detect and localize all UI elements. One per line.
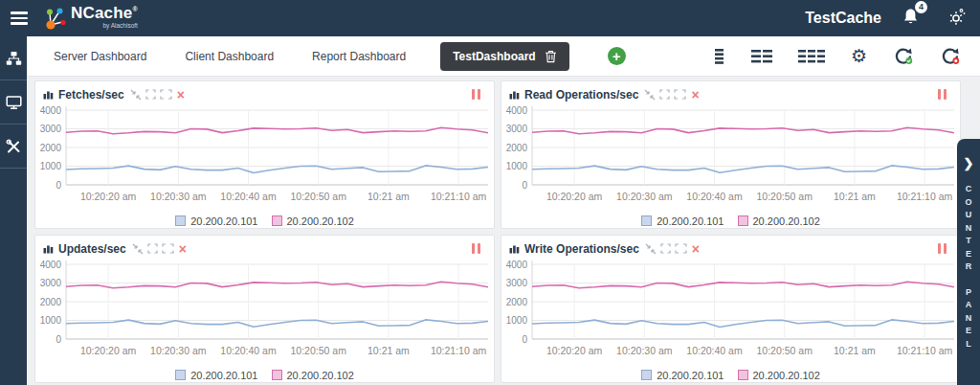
chart-panel-fetches-sec: Fetches/sec×0100020003000400010:20:20 am… xyxy=(34,80,495,229)
svg-text:10:20:30 am: 10:20:30 am xyxy=(150,345,207,356)
tools-icon xyxy=(6,139,22,154)
close-icon[interactable]: × xyxy=(692,244,700,254)
panel-title: Updates/sec xyxy=(58,242,126,256)
maximize-icon[interactable] xyxy=(160,89,172,100)
collapse-icon[interactable] xyxy=(644,89,656,101)
hamburger-menu-icon[interactable] xyxy=(11,9,28,28)
svg-text:10:20:30 am: 10:20:30 am xyxy=(616,191,673,202)
expand-icon[interactable] xyxy=(660,243,671,254)
legend-item[interactable]: 20.200.20.101 xyxy=(175,215,257,227)
trash-icon[interactable] xyxy=(545,50,557,63)
svg-text:10:21:10 am: 10:21:10 am xyxy=(897,191,953,202)
pause-icon[interactable] xyxy=(938,89,947,100)
maximize-icon[interactable] xyxy=(162,243,174,254)
legend-item[interactable]: 20.200.20.101 xyxy=(175,370,257,381)
collapse-icon[interactable] xyxy=(645,243,657,255)
maximize-icon[interactable] xyxy=(674,89,686,100)
dashboard-tabbar: Server DashboardClient DashboardReport D… xyxy=(27,36,980,77)
svg-text:1000: 1000 xyxy=(506,161,528,171)
line-chart: 0100020003000400010:20:20 am10:20:30 am1… xyxy=(503,102,958,210)
svg-text:0: 0 xyxy=(56,334,61,345)
legend-swatch-icon xyxy=(175,215,186,226)
svg-text:3000: 3000 xyxy=(506,124,528,134)
refresh-success-icon[interactable] xyxy=(893,46,914,66)
legend-item[interactable]: 20.200.20.102 xyxy=(272,215,354,227)
svg-text:10:20:50 am: 10:20:50 am xyxy=(757,345,813,356)
svg-text:10:21 am: 10:21 am xyxy=(368,345,410,356)
settings-gear-icon[interactable]: ⚙ xyxy=(851,47,867,65)
sidebar-item-tools[interactable] xyxy=(0,125,27,169)
notification-badge: 4 xyxy=(915,1,927,13)
panel-header: Updates/sec× xyxy=(37,237,492,257)
legend-item[interactable]: 20.200.20.102 xyxy=(738,215,820,227)
chart-mini-icon xyxy=(509,243,520,254)
add-dashboard-button[interactable]: + xyxy=(608,47,626,65)
legend-swatch-icon xyxy=(641,215,652,226)
sidebar-item-monitor[interactable] xyxy=(0,80,27,125)
svg-text:2000: 2000 xyxy=(506,143,528,153)
legend-label: 20.200.20.102 xyxy=(753,370,820,381)
legend-label: 20.200.20.101 xyxy=(657,215,724,227)
svg-text:10:20:40 am: 10:20:40 am xyxy=(686,345,743,356)
counter-panel-toggle[interactable]: ❯ COUNTERPANEL xyxy=(957,139,980,385)
chart-panel-updates-sec: Updates/sec×0100020003000400010:20:20 am… xyxy=(34,235,495,383)
ncache-logo[interactable]: NCache® by Alachisoft xyxy=(43,4,138,33)
tab-client-dashboard[interactable]: Client Dashboard xyxy=(177,44,281,69)
refresh-stop-icon[interactable] xyxy=(940,46,961,66)
tab-label: Client Dashboard xyxy=(185,50,274,63)
chart-legend: 20.200.20.10120.200.20.102 xyxy=(37,368,492,382)
tab-server-dashboard[interactable]: Server Dashboard xyxy=(46,44,154,69)
expand-icon[interactable] xyxy=(659,89,670,100)
legend-label: 20.200.20.101 xyxy=(190,370,257,381)
chart-legend: 20.200.20.10120.200.20.102 xyxy=(503,214,958,228)
close-icon[interactable]: × xyxy=(179,244,187,254)
chart-mini-icon xyxy=(43,89,54,100)
close-icon[interactable]: × xyxy=(177,90,185,100)
legend-item[interactable]: 20.200.20.101 xyxy=(641,215,724,227)
svg-text:4000: 4000 xyxy=(40,105,62,116)
legend-label: 20.200.20.101 xyxy=(190,215,257,227)
legend-item[interactable]: 20.200.20.101 xyxy=(641,370,724,381)
services-button[interactable] xyxy=(946,6,967,31)
maximize-icon[interactable] xyxy=(675,243,687,254)
svg-text:10:20:50 am: 10:20:50 am xyxy=(291,345,347,356)
legend-item[interactable]: 20.200.20.102 xyxy=(272,370,354,381)
legend-swatch-icon xyxy=(272,370,282,380)
panel-title: Fetches/sec xyxy=(58,88,124,102)
legend-swatch-icon xyxy=(272,215,282,226)
brand-tagline: by Alachisoft xyxy=(102,22,138,29)
collapse-icon[interactable] xyxy=(132,243,144,255)
svg-text:1000: 1000 xyxy=(40,315,62,326)
svg-text:1000: 1000 xyxy=(506,315,528,326)
svg-text:10:20:20 am: 10:20:20 am xyxy=(80,345,137,356)
pause-icon[interactable] xyxy=(472,243,480,254)
layout-1col-icon[interactable] xyxy=(713,48,725,65)
sidebar-item-topology[interactable] xyxy=(0,36,27,80)
expand-icon[interactable] xyxy=(145,89,156,100)
chart-panel-write-operations-sec: Write Operations/sec×0100020003000400010… xyxy=(501,235,961,383)
layout-2col-icon[interactable] xyxy=(751,48,772,65)
svg-text:10:21:10 am: 10:21:10 am xyxy=(431,191,487,202)
tab-report-dashboard[interactable]: Report Dashboard xyxy=(304,44,413,69)
svg-text:10:20:20 am: 10:20:20 am xyxy=(546,345,603,356)
pause-icon[interactable] xyxy=(472,89,480,100)
collapse-icon[interactable] xyxy=(130,89,142,101)
svg-text:10:20:50 am: 10:20:50 am xyxy=(757,191,813,202)
svg-text:0: 0 xyxy=(56,180,61,191)
legend-label: 20.200.20.101 xyxy=(657,370,724,381)
tab-testdashboard[interactable]: TestDashboard xyxy=(440,42,568,71)
services-gear-icon xyxy=(946,6,967,27)
monitor-icon xyxy=(6,95,22,110)
pause-icon[interactable] xyxy=(938,243,947,254)
notifications-button[interactable]: 4 xyxy=(902,8,919,30)
legend-item[interactable]: 20.200.20.102 xyxy=(738,370,820,381)
topbar: NCache® by Alachisoft TestCache 4 xyxy=(0,0,980,36)
close-icon[interactable]: × xyxy=(691,90,699,100)
svg-text:2000: 2000 xyxy=(506,297,528,307)
svg-text:4000: 4000 xyxy=(506,105,528,116)
chart-legend: 20.200.20.10120.200.20.102 xyxy=(37,214,492,228)
expand-icon[interactable] xyxy=(147,243,158,254)
svg-text:10:20:40 am: 10:20:40 am xyxy=(220,345,277,356)
svg-text:10:21 am: 10:21 am xyxy=(834,191,876,202)
layout-3col-icon[interactable] xyxy=(798,48,825,65)
